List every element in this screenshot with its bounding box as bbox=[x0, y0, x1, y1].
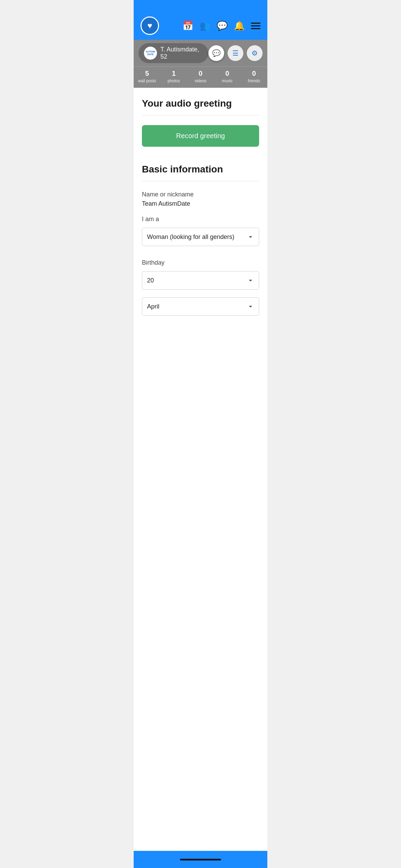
group-icon[interactable]: 👥 bbox=[199, 21, 210, 31]
menu-line-1 bbox=[251, 23, 260, 24]
heart-icon: ♥ bbox=[147, 21, 152, 31]
audio-greeting-title: Your audio greeting bbox=[142, 98, 259, 109]
menu-line-2 bbox=[251, 25, 260, 26]
stats-bar: 5 wall posts 1 photos 0 videos 0 music 0… bbox=[134, 67, 267, 88]
settings-action-button[interactable]: ⚙ bbox=[247, 45, 263, 61]
profile-bar: AUTISMDATE T. Autismdate, 52 💬 ☰ ⚙ bbox=[134, 40, 267, 67]
wall-posts-count: 5 bbox=[134, 70, 160, 77]
stat-videos[interactable]: 0 videos bbox=[187, 70, 214, 84]
audio-greeting-section: Your audio greeting Record greeting bbox=[142, 98, 259, 160]
chat-bubble-icon: 💬 bbox=[212, 49, 221, 57]
autism-date-logo: AUTISMDATE bbox=[144, 47, 157, 60]
record-greeting-button[interactable]: Record greeting bbox=[142, 125, 259, 147]
videos-label: videos bbox=[195, 79, 207, 83]
header-icons-group: 📅 👥 💬 🔔 bbox=[182, 21, 260, 31]
gender-label: I am a bbox=[142, 216, 259, 223]
app-header: ♥ 📅 👥 💬 🔔 bbox=[134, 0, 267, 40]
videos-count: 0 bbox=[187, 70, 214, 77]
name-label: Name or nickname bbox=[142, 191, 259, 198]
profile-name-pill[interactable]: AUTISMDATE T. Autismdate, 52 bbox=[138, 43, 208, 63]
basic-info-section: Basic information Name or nickname Team … bbox=[142, 164, 259, 321]
chat-bubble-action-button[interactable]: 💬 bbox=[208, 45, 224, 61]
stat-photos[interactable]: 1 photos bbox=[160, 70, 187, 84]
stat-music[interactable]: 0 music bbox=[214, 70, 241, 84]
name-value: Team AutismDate bbox=[142, 200, 259, 207]
friends-count: 0 bbox=[241, 70, 267, 77]
app-logo[interactable]: ♥ bbox=[141, 16, 159, 35]
birthday-day-dropdown[interactable]: 20 1 2 3 4 5 6 7 8 9 10 bbox=[142, 271, 259, 290]
stat-wall-posts[interactable]: 5 wall posts bbox=[134, 70, 160, 84]
photos-count: 1 bbox=[160, 70, 187, 77]
menu-icon[interactable] bbox=[251, 23, 260, 29]
profile-actions-group: 💬 ☰ ⚙ bbox=[208, 45, 263, 61]
audio-section-divider bbox=[142, 115, 259, 116]
music-label: music bbox=[222, 79, 232, 83]
basic-info-divider bbox=[142, 181, 259, 181]
friends-label: friends bbox=[248, 79, 260, 83]
chat-icon[interactable]: 💬 bbox=[217, 21, 228, 31]
music-count: 0 bbox=[214, 70, 241, 77]
bell-icon[interactable]: 🔔 bbox=[234, 21, 245, 31]
list-action-button[interactable]: ☰ bbox=[228, 45, 243, 61]
birthday-month-dropdown[interactable]: January February March April May June Ju… bbox=[142, 297, 259, 316]
list-icon: ☰ bbox=[232, 49, 239, 57]
calendar-icon[interactable]: 📅 bbox=[182, 21, 193, 31]
gear-icon: ⚙ bbox=[252, 49, 258, 57]
basic-info-title: Basic information bbox=[142, 164, 259, 175]
stat-friends[interactable]: 0 friends bbox=[241, 70, 267, 84]
main-content: Your audio greeting Record greeting Basi… bbox=[134, 88, 267, 851]
birthday-label: Birthday bbox=[142, 259, 259, 266]
gender-dropdown[interactable]: Woman (looking for all genders) Man (loo… bbox=[142, 228, 259, 246]
photos-label: photos bbox=[168, 79, 180, 83]
wall-posts-label: wall posts bbox=[138, 79, 156, 83]
profile-username: T. Autismdate, 52 bbox=[160, 46, 203, 60]
bottom-bar bbox=[134, 851, 267, 868]
menu-line-3 bbox=[251, 28, 260, 29]
home-indicator bbox=[180, 859, 221, 860]
